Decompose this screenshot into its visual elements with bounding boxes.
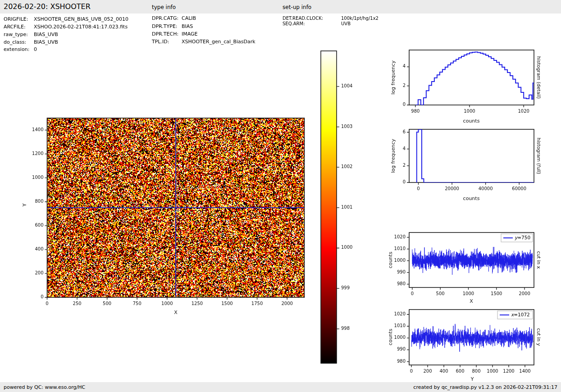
- main-ytick: 1400: [26, 127, 44, 132]
- main-xtick: 1750: [246, 301, 269, 306]
- origfile-label: ORIGFILE:: [4, 16, 28, 22]
- histogram_full-xtick: 40000: [474, 186, 497, 191]
- seq-arm-label: SEQ.ARM:: [283, 21, 305, 26]
- dpr-tech-label: DPR.TECH:: [152, 31, 178, 37]
- qc-report-page: { "header": { "title": "2026-02-20: XSHO…: [0, 0, 561, 392]
- cut_in_x-xtick: 0: [401, 291, 424, 296]
- cut_in_x-ytick: 1020: [388, 234, 406, 239]
- cut_in_y-ytick: 1020: [388, 311, 406, 316]
- cut_in_x-ytick: 1000: [388, 258, 406, 263]
- cuty-xaxis-label: Y: [471, 376, 474, 382]
- page-title: 2026-02-20: XSHOOTER: [4, 2, 91, 11]
- cut_in_y-ytick: 990: [388, 346, 406, 351]
- main-xaxis-label: X: [174, 310, 178, 315]
- main-xtick: 0: [36, 301, 59, 306]
- hist-full-title: histogram (full): [536, 138, 542, 174]
- histogram_full-ytick: 0: [388, 179, 406, 184]
- dpr-tech-value: IMAGE: [182, 31, 198, 37]
- main-xtick: 1000: [156, 301, 178, 306]
- main-ytick: 600: [26, 223, 44, 228]
- dpr-catg-label: DPR.CATG:: [152, 15, 178, 21]
- hist-full-xaxis-label: counts: [463, 196, 480, 201]
- histogram_detail-xtick: 1000: [458, 109, 481, 114]
- dpr-type-value: BIAS: [182, 23, 193, 29]
- dpr-catg-value: CALIB: [182, 15, 196, 21]
- main-xtick: 1250: [186, 301, 208, 306]
- main-ytick: 1000: [26, 175, 44, 180]
- colorbar-tick: 1004: [341, 83, 359, 88]
- cutx-legend-eq: =750: [517, 235, 530, 240]
- doclass-value: BIAS_UVB: [34, 39, 58, 45]
- footer-powered-by: powered by QC: www.eso.org/HC: [4, 384, 85, 390]
- histogram_detail-ytick: 2: [388, 83, 406, 88]
- doclass-label: do_class:: [4, 39, 26, 45]
- cut_in_y-ytick: 1000: [388, 335, 406, 340]
- colorbar-tick: 999: [341, 285, 359, 290]
- cuty-legend: x=1072: [511, 312, 530, 317]
- cut_in_y-ytick: 980: [388, 359, 406, 364]
- main-ytick: 0: [26, 294, 44, 299]
- histogram_full-ytick: 6: [388, 129, 406, 134]
- histogram_full-ytick: 2: [388, 163, 406, 168]
- rawtype-value: BIAS_UVB: [34, 32, 58, 37]
- extension-label: extension:: [4, 46, 29, 52]
- cut_in_x-ytick: 1010: [388, 246, 406, 251]
- histogram_detail-ytick: 4: [388, 64, 406, 68]
- origfile-value: XSHOOTER_GEN_BIAS_UVB_052_0010: [34, 16, 128, 22]
- histogram_detail-xtick: 980: [404, 109, 427, 114]
- main-xtick: 250: [66, 301, 88, 306]
- main-xtick: 750: [126, 301, 148, 306]
- extension-value: 0: [34, 46, 37, 52]
- cut_in_x-xtick: 1000: [457, 291, 479, 296]
- colorbar-tick: 1001: [341, 205, 359, 210]
- footer-created-by: created by qc_rawdisp.py v1.2.3 on 2026-…: [413, 384, 557, 390]
- cutx-title: cut in x: [536, 251, 542, 269]
- main-ytick: 1200: [26, 151, 44, 156]
- main-ytick: 800: [26, 199, 44, 204]
- cut_in_x-ytick: 980: [388, 281, 406, 286]
- tpl-id-value: XSHOOTER_gen_cal_BiasDark: [182, 39, 255, 45]
- cut_in_y-xtick: 1400: [514, 369, 536, 374]
- colorbar-tick: 1003: [341, 124, 359, 129]
- main-xtick: 1500: [216, 301, 238, 306]
- arcfile-value: XSHOO.2026-02-21T08:41:17.023.fits: [34, 24, 128, 30]
- hist-detail-xaxis-label: counts: [463, 118, 480, 124]
- histogram_full-xtick: 60000: [508, 186, 530, 191]
- main-xtick: 2000: [276, 301, 298, 306]
- cut_in_x-xtick: 500: [429, 291, 452, 296]
- main-ytick: 400: [26, 246, 44, 251]
- cut_in_x-xtick: 1500: [485, 291, 508, 296]
- setup-info-heading: set-up info: [283, 4, 311, 10]
- main-yaxis-label: Y: [22, 204, 27, 207]
- cuty-title: cut in y: [536, 328, 542, 346]
- type-info-heading: type info: [152, 4, 176, 10]
- colorbar-tick: 1002: [341, 164, 359, 169]
- histogram_detail-xtick: 1020: [512, 109, 535, 114]
- tpl-id-label: TPL.ID:: [152, 39, 169, 45]
- cut_in_x-ytick: 990: [388, 269, 406, 274]
- colorbar-tick: 1000: [341, 245, 359, 250]
- det-read-clock-label: DET.READ.CLOCK:: [283, 16, 323, 21]
- histogram_full-ytick: 4: [388, 146, 406, 151]
- seq-arm-value: UVB: [341, 21, 351, 26]
- cutx-legend: y=750: [515, 235, 530, 240]
- cut_in_y-ytick: 1010: [388, 323, 406, 328]
- histogram_full-xtick: 20000: [441, 186, 463, 191]
- arcfile-label: ARCFILE:: [4, 24, 26, 30]
- det-read-clock-value: 100k/1pt/hg/1x2: [341, 16, 379, 21]
- hist-detail-title: histogram (detail): [536, 56, 542, 99]
- colorbar-tick: 998: [341, 326, 359, 331]
- cut_in_x-xtick: 2000: [513, 291, 536, 296]
- dpr-type-label: DPR.TYPE:: [152, 23, 178, 29]
- histogram_full-xtick: 0: [407, 186, 430, 191]
- histogram_detail-ytick: 0: [388, 102, 406, 107]
- main-ytick: 200: [26, 270, 44, 275]
- rawtype-label: raw_type:: [4, 32, 28, 37]
- hist-full-yaxis-label: log frequency: [390, 139, 396, 173]
- main-xtick: 500: [96, 301, 119, 306]
- cutx-xaxis-label: X: [470, 298, 473, 304]
- cuty-legend-eq: =1072: [514, 312, 530, 317]
